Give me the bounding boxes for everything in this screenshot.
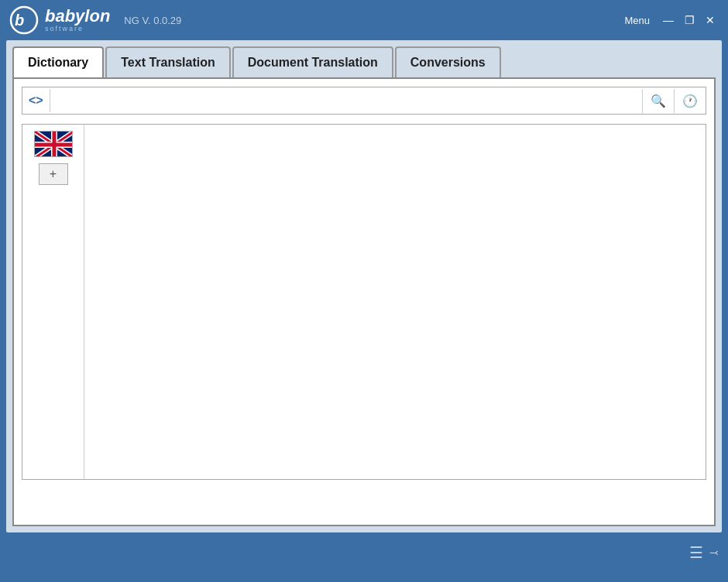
- bottom-bar: ☰ ⤙: [0, 539, 728, 567]
- main-panel: <> 🔍 🕐: [12, 77, 716, 526]
- tab-conversions[interactable]: Conversions: [395, 46, 501, 77]
- tab-bar: Dictionary Text Translation Document Tra…: [12, 46, 716, 77]
- logo-text-group: babylon software: [45, 8, 110, 33]
- tab-text-translation[interactable]: Text Translation: [105, 46, 231, 77]
- language-sidebar: +: [22, 125, 84, 479]
- title-bar-controls: Menu — ❐ ✕: [620, 13, 719, 28]
- window-controls: — ❐ ✕: [659, 13, 719, 27]
- menu-button[interactable]: Menu: [620, 13, 654, 28]
- search-bar: <> 🔍 🕐: [22, 87, 706, 115]
- history-button[interactable]: 🕐: [674, 89, 706, 113]
- search-prefix-icon: <>: [22, 89, 50, 112]
- svg-text:b: b: [15, 12, 24, 29]
- close-button[interactable]: ✕: [702, 13, 719, 27]
- svg-rect-10: [52, 132, 56, 157]
- minimize-button[interactable]: —: [659, 13, 678, 27]
- list-icon[interactable]: ☰: [689, 543, 703, 562]
- tab-document-translation[interactable]: Document Translation: [232, 46, 393, 77]
- version-label: NG V. 0.0.29: [124, 15, 181, 26]
- search-magnifier-icon: 🔍: [651, 94, 666, 108]
- tab-dictionary[interactable]: Dictionary: [12, 46, 104, 77]
- logo-software-text: software: [45, 25, 110, 33]
- search-input[interactable]: [50, 87, 642, 114]
- history-icon: 🕐: [682, 94, 698, 108]
- title-bar: b babylon software NG V. 0.0.29 Menu — ❐…: [0, 0, 728, 40]
- add-language-button[interactable]: +: [39, 163, 68, 185]
- search-button[interactable]: 🔍: [642, 89, 674, 113]
- logo-babylon-text: babylon: [45, 8, 110, 25]
- result-area: +: [22, 124, 706, 480]
- title-bar-left: b babylon software NG V. 0.0.29: [9, 5, 181, 35]
- restore-button[interactable]: ❐: [681, 13, 699, 27]
- babylon-logo-icon: b: [9, 5, 39, 35]
- result-content: [84, 125, 706, 479]
- resize-icon[interactable]: ⤙: [709, 546, 719, 559]
- logo-container: b babylon software: [9, 5, 110, 35]
- main-content: Dictionary Text Translation Document Tra…: [6, 40, 722, 532]
- uk-flag-button[interactable]: [34, 131, 73, 157]
